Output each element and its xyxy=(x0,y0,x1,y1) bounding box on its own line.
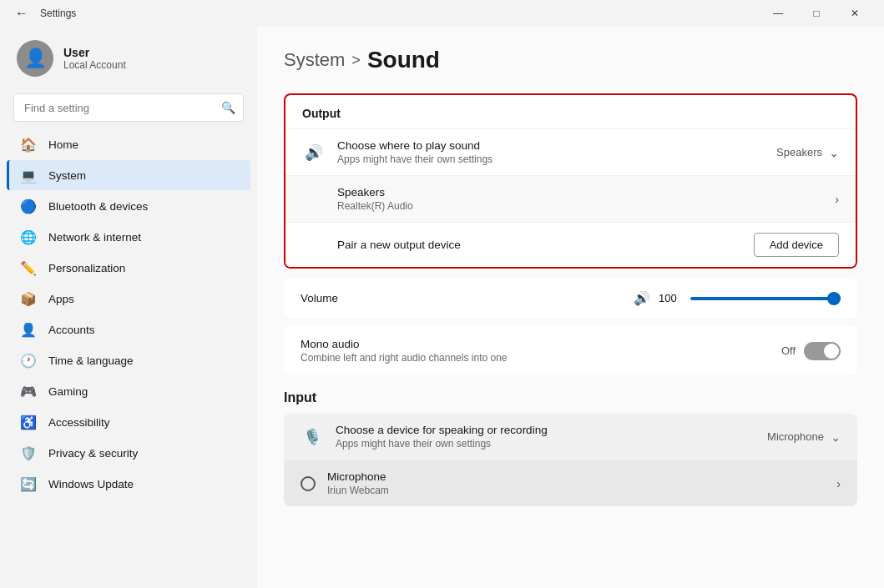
close-button[interactable]: ✕ xyxy=(836,0,874,27)
sidebar-item-home[interactable]: 🏠 Home xyxy=(7,129,250,159)
sidebar-item-bluetooth[interactable]: 🔵 Bluetooth & devices xyxy=(7,191,250,221)
sidebar: 👤 User Local Account 🔍 🏠 Home 💻 System 🔵 xyxy=(0,27,257,588)
add-output-device-button[interactable]: Add device xyxy=(754,233,839,257)
volume-controls: 🔊 100 xyxy=(634,290,841,306)
search-box: 🔍 xyxy=(13,93,244,122)
sidebar-item-accounts[interactable]: 👤 Accounts xyxy=(7,314,250,344)
choose-output-right: Speakers ⌃ xyxy=(776,146,839,159)
breadcrumb-current: Sound xyxy=(367,47,440,73)
choose-input-value: Microphone xyxy=(767,430,824,443)
mono-text: Mono audio Combine left and right audio … xyxy=(301,338,770,364)
mono-toggle[interactable] xyxy=(804,342,841,360)
network-icon: 🌐 xyxy=(20,229,37,245)
choose-output-value: Speakers xyxy=(776,146,822,158)
sidebar-item-label: Accessibility xyxy=(48,416,110,429)
choose-input-title: Choose a device for speaking or recordin… xyxy=(336,424,755,436)
minimize-button[interactable]: — xyxy=(759,0,797,27)
choose-input-sub: Apps might have their own settings xyxy=(336,438,755,450)
sidebar-item-personalization[interactable]: ✏️ Personalization xyxy=(7,253,250,283)
sidebar-item-label: Apps xyxy=(48,293,74,305)
speakers-row[interactable]: Speakers Realtek(R) Audio › xyxy=(285,175,856,222)
choose-output-title: Choose where to play sound xyxy=(337,139,765,152)
expand-chevron-icon[interactable]: ⌃ xyxy=(829,146,839,159)
mic-sub: Iriun Webcam xyxy=(327,485,825,496)
speakers-sub: Realtek(R) Audio xyxy=(337,200,823,212)
sidebar-item-accessibility[interactable]: ♿ Accessibility xyxy=(7,407,250,437)
sidebar-item-privacy[interactable]: 🛡️ Privacy & security xyxy=(7,438,250,468)
output-section: Output 🔊 Choose where to play sound Apps… xyxy=(284,93,857,269)
sidebar-item-apps[interactable]: 📦 Apps xyxy=(7,284,250,314)
sidebar-item-gaming[interactable]: 🎮 Gaming xyxy=(7,376,250,406)
input-section: 🎙️ Choose a device for speaking or recor… xyxy=(284,414,857,506)
sidebar-item-label: Privacy & security xyxy=(48,447,138,460)
sidebar-item-system[interactable]: 💻 System xyxy=(7,160,250,190)
choose-output-row[interactable]: 🔊 Choose where to play sound Apps might … xyxy=(285,128,856,175)
accessibility-icon: ♿ xyxy=(20,414,37,430)
mono-right: Off xyxy=(781,342,841,360)
sidebar-item-label: Time & language xyxy=(48,354,134,367)
volume-icon: 🔊 xyxy=(634,290,650,306)
sidebar-item-label: System xyxy=(48,169,86,182)
sidebar-item-label: Network & internet xyxy=(48,231,141,244)
volume-value: 100 xyxy=(659,292,682,304)
sidebar-item-label: Personalization xyxy=(48,262,125,274)
speakers-text: Speakers Realtek(R) Audio xyxy=(337,186,823,212)
sidebar-item-label: Gaming xyxy=(48,385,88,398)
sidebar-item-network[interactable]: 🌐 Network & internet xyxy=(7,222,250,252)
mono-state: Off xyxy=(781,344,796,357)
main-content: System > Sound Output 🔊 Choose where to … xyxy=(257,27,884,588)
breadcrumb-parent: System xyxy=(284,49,345,71)
output-section-header: Output xyxy=(285,95,856,128)
time-icon: 🕐 xyxy=(20,352,37,369)
pair-output-label: Pair a new output device xyxy=(337,239,742,251)
app-body: 👤 User Local Account 🔍 🏠 Home 💻 System 🔵 xyxy=(0,27,884,588)
speaker-icon: 🔊 xyxy=(302,143,326,162)
privacy-icon: 🛡️ xyxy=(20,445,37,461)
accounts-icon: 👤 xyxy=(20,321,37,338)
mic-circle-icon xyxy=(301,476,316,491)
apps-icon: 📦 xyxy=(20,290,37,307)
mono-sub: Combine left and right audio channels in… xyxy=(301,352,770,364)
microphone-icon: 🎙️ xyxy=(301,428,324,446)
avatar: 👤 xyxy=(17,40,53,77)
input-section-header: Input xyxy=(284,384,857,414)
volume-card: Volume 🔊 100 xyxy=(284,279,857,318)
sidebar-item-time[interactable]: 🕐 Time & language xyxy=(7,345,250,375)
update-icon: 🔄 xyxy=(20,475,37,492)
choose-input-text: Choose a device for speaking or recordin… xyxy=(336,424,755,450)
volume-slider[interactable] xyxy=(690,297,841,300)
expand-input-chevron-icon[interactable]: ⌃ xyxy=(831,430,841,444)
speakers-title: Speakers xyxy=(337,186,823,199)
mono-audio-row: Mono audio Combine left and right audio … xyxy=(284,326,857,375)
user-profile: 👤 User Local Account xyxy=(0,27,257,90)
user-info: User Local Account xyxy=(63,46,126,71)
microphone-row[interactable]: Microphone Iriun Webcam › xyxy=(284,460,857,506)
sidebar-item-label: Windows Update xyxy=(48,478,134,490)
breadcrumb: System > Sound xyxy=(284,47,857,73)
bluetooth-icon: 🔵 xyxy=(20,198,37,214)
mic-title: Microphone xyxy=(327,470,825,483)
titlebar: ← Settings — □ ✕ xyxy=(0,0,884,27)
back-button[interactable]: ← xyxy=(10,3,33,24)
sidebar-item-label: Home xyxy=(48,138,78,151)
mono-label: Mono audio xyxy=(301,338,770,350)
user-account: Local Account xyxy=(63,59,126,71)
speakers-chevron-icon: › xyxy=(835,193,839,206)
titlebar-title: Settings xyxy=(40,8,752,19)
gaming-icon: 🎮 xyxy=(20,383,37,400)
mic-chevron-icon: › xyxy=(836,477,841,490)
pair-output-text: Pair a new output device xyxy=(337,239,742,251)
sidebar-item-label: Bluetooth & devices xyxy=(48,200,148,213)
sidebar-item-update[interactable]: 🔄 Windows Update xyxy=(7,469,250,499)
user-name: User xyxy=(63,46,126,59)
system-icon: 💻 xyxy=(20,167,37,183)
mic-text: Microphone Iriun Webcam xyxy=(327,470,825,496)
nav-list: 🏠 Home 💻 System 🔵 Bluetooth & devices 🌐 … xyxy=(0,128,257,500)
choose-output-sub: Apps might have their own settings xyxy=(337,153,765,165)
search-input[interactable] xyxy=(13,93,244,122)
choose-input-row[interactable]: 🎙️ Choose a device for speaking or recor… xyxy=(284,414,857,460)
breadcrumb-arrow: > xyxy=(351,52,361,69)
choose-output-text: Choose where to play sound Apps might ha… xyxy=(337,139,765,165)
volume-label: Volume xyxy=(301,292,622,304)
maximize-button[interactable]: □ xyxy=(797,0,836,27)
